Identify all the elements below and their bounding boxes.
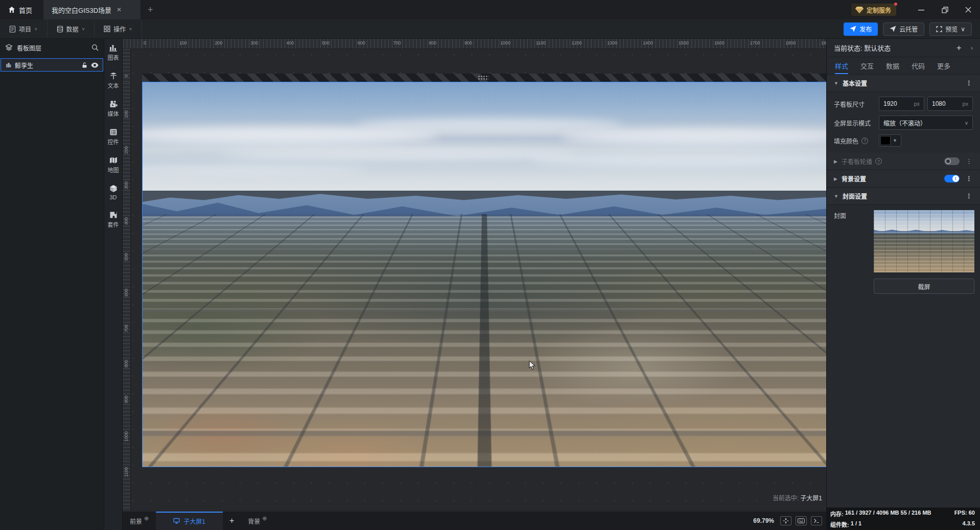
add-background-icon[interactable]: ⊕ (262, 515, 267, 522)
layer-item-selected[interactable]: 鲸孪生 (1, 58, 103, 72)
color-chip (880, 136, 891, 145)
layers-panel-title: 看板图层 (17, 43, 41, 52)
chevron-down-icon: ∨ (965, 120, 968, 126)
add-foreground-icon[interactable]: ⊕ (144, 515, 149, 522)
mouse-cursor (529, 360, 536, 371)
rail-item-kit[interactable]: 套件 (104, 211, 122, 228)
visibility-eye-icon[interactable] (91, 62, 99, 68)
width-input[interactable]: 1920 px (879, 97, 924, 111)
horizontal-ruler: 0100200300400500600700800900100011001200… (123, 39, 826, 49)
tab-interaction[interactable]: 交互 (860, 57, 874, 74)
layers-icon (5, 44, 13, 51)
kebab-menu-icon[interactable]: ⋮ (966, 192, 973, 200)
document-tab[interactable]: 我的空白GIS3D场景 ✕ (43, 0, 141, 19)
console-button[interactable] (811, 516, 822, 525)
collapse-panel-icon[interactable]: › (971, 44, 973, 52)
background-label: 背景 (248, 517, 260, 525)
publish-label: 发布 (859, 25, 872, 33)
v-ruler-label: 0 (124, 75, 129, 77)
menu-data[interactable]: 数据 ∨ (48, 19, 95, 38)
map-icon (109, 156, 118, 164)
menu-project[interactable]: 项目 ∨ (0, 19, 48, 38)
tab-code[interactable]: 代码 (912, 57, 925, 74)
shortcut-keyboard-button[interactable] (796, 516, 807, 525)
drag-handle-icon[interactable] (478, 75, 489, 80)
tab-more[interactable]: 更多 (937, 57, 950, 74)
kebab-menu-icon[interactable]: ⋮ (966, 175, 973, 182)
home-button[interactable]: 首页 (0, 0, 43, 19)
rail-item-text[interactable]: 文本 (104, 72, 122, 89)
new-tab-button[interactable]: + (141, 0, 160, 19)
size-field-label: 子看板尺寸 (834, 100, 879, 108)
home-label: 首页 (19, 5, 32, 15)
media-icon (109, 100, 118, 108)
search-icon[interactable] (91, 44, 99, 51)
custom-service-badge[interactable]: 定制服务 (851, 4, 896, 16)
foreground-layer-button[interactable]: 前景 ⊕ (123, 512, 156, 530)
close-button[interactable] (956, 0, 980, 19)
fullscreen-icon (936, 26, 942, 32)
operate-icon (104, 26, 110, 32)
fps-label: FPS: (954, 510, 967, 518)
section-background-settings[interactable]: ▶ 背景设置 ⋮ (827, 170, 980, 188)
fit-screen-icon (783, 518, 789, 524)
project-icon (9, 26, 16, 33)
tab-data[interactable]: 数据 (886, 57, 899, 74)
rail-item-map[interactable]: 地图 (104, 156, 122, 174)
kebab-menu-icon[interactable]: ⋮ (966, 79, 973, 87)
screen-tab-active[interactable]: 子大屏1 (156, 512, 223, 530)
background-layer-button[interactable]: 背景 ⊕ (241, 512, 274, 530)
rail-label: 文本 (108, 81, 119, 89)
rail-item-media[interactable]: 媒体 (104, 100, 122, 118)
h-ruler-label: 700 (393, 40, 401, 45)
h-ruler-label: 0 (144, 40, 146, 45)
restore-button[interactable] (933, 0, 956, 19)
preview-button[interactable]: 预览 ∨ (929, 22, 972, 36)
section-basic-settings[interactable]: ▼ 基本设置 ⋮ (827, 75, 980, 92)
zoom-percent[interactable]: 69.79% (753, 517, 774, 524)
canvas-workspace[interactable]: 当前选中: 子大屏1 (123, 39, 826, 511)
menu-operate-label: 操作 (113, 25, 126, 33)
publish-button[interactable]: 发布 (844, 22, 878, 36)
carousel-toggle[interactable] (944, 157, 960, 165)
screen-tab-label: 子大屏1 (183, 517, 205, 525)
vertical-ruler: -100010020030040050060070080090010001100 (123, 49, 131, 511)
kebab-menu-icon[interactable]: ⋮ (966, 157, 973, 165)
minimize-button[interactable] (909, 0, 933, 19)
fill-color-picker[interactable]: ▼ (879, 134, 901, 147)
h-ruler-label: 1000 (500, 40, 510, 45)
v-ruler-label: 500 (124, 253, 129, 261)
add-state-button[interactable]: + (956, 43, 962, 53)
selected-hint-value: 子大屏1 (800, 495, 822, 502)
rail-item-charts[interactable]: 图表 (104, 44, 122, 61)
fps-value: 60 (969, 510, 975, 518)
screenshot-button[interactable]: 截屏 (874, 279, 974, 294)
section-cover-label: 封面设置 (843, 192, 867, 200)
notification-dot (894, 3, 897, 6)
cloud-host-button[interactable]: 云托管 (883, 22, 924, 36)
section-carousel[interactable]: ▶ 子看板轮播 ? ⋮ (827, 153, 980, 170)
menu-operate[interactable]: 操作 ∨ (95, 19, 142, 38)
v-ruler-label: 900 (124, 396, 129, 403)
fit-screen-button[interactable] (780, 516, 791, 525)
kit-icon (109, 211, 118, 219)
fullscreen-mode-select[interactable]: 缩放（不滚动） ∨ (879, 116, 973, 130)
v-ruler-label: 800 (124, 360, 129, 367)
height-input[interactable]: 1080 px (927, 97, 973, 111)
terminal-icon (813, 518, 820, 523)
tab-style[interactable]: 样式 (835, 57, 848, 74)
section-cover-settings[interactable]: ▼ 封面设置 ⋮ (827, 188, 980, 205)
help-icon[interactable]: ? (861, 137, 868, 144)
help-icon[interactable]: ? (875, 158, 882, 165)
subscreen-scene[interactable] (142, 82, 826, 467)
unlock-icon[interactable] (81, 62, 88, 68)
h-ruler-label: 600 (358, 40, 365, 45)
rail-item-controls[interactable]: 控件 (104, 128, 122, 146)
rail-item-3d[interactable]: 3D (104, 185, 122, 200)
add-screen-button[interactable]: + (223, 512, 241, 530)
chevron-down-icon: ▼ (893, 138, 897, 143)
tab-close-icon[interactable]: ✕ (116, 6, 122, 13)
chevron-down-icon: ∨ (961, 26, 965, 33)
memory-value: 161 / 3927 / 4096 MB 55 / 216 MB (845, 510, 931, 518)
background-toggle[interactable] (944, 175, 960, 182)
